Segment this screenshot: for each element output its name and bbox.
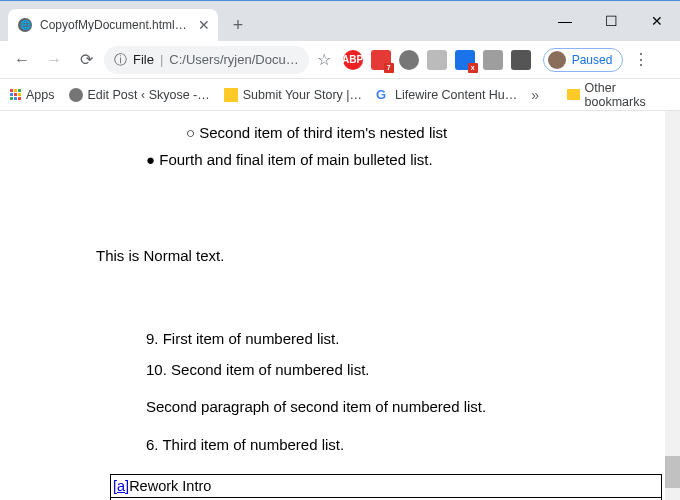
new-tab-button[interactable]: +: [224, 11, 252, 39]
globe-icon: [69, 88, 83, 102]
avatar: [548, 51, 566, 69]
forward-button: →: [40, 46, 68, 74]
list-item-text: Third item of numbered list.: [162, 436, 344, 453]
page-viewport: ○ Second item of third item's nested lis…: [0, 111, 680, 500]
list-item-text: Fourth and final item of main bulleted l…: [159, 151, 432, 168]
list-number: 10.: [146, 361, 167, 378]
minimize-button[interactable]: —: [542, 1, 588, 41]
profile-chip[interactable]: Paused: [543, 48, 624, 72]
scrollbar[interactable]: [665, 111, 680, 500]
titlebar: 🌐 CopyofMyDocument.html#cmnt ✕ + — ☐ ✕: [0, 1, 680, 41]
list-item-text: Second item of third item's nested list: [199, 124, 447, 141]
info-icon[interactable]: ⓘ: [114, 51, 127, 69]
other-bookmarks-button[interactable]: Other bookmarks: [567, 81, 670, 109]
url-text: C:/Users/ryjen/Docu…: [169, 52, 298, 67]
extension-icon-gray-circle[interactable]: [399, 50, 419, 70]
list-item: 6. Third item of numbered list.: [146, 433, 600, 456]
apps-button[interactable]: Apps: [10, 88, 55, 102]
document-content: ○ Second item of third item's nested lis…: [0, 111, 680, 500]
comment-ref-link[interactable]: [a]: [113, 478, 129, 494]
apps-label: Apps: [26, 88, 55, 102]
bookmarks-bar: Apps Edit Post ‹ Skyose -… Submit Your S…: [0, 79, 680, 111]
window-controls: — ☐ ✕: [542, 1, 680, 41]
extensions-row: ABP 7 x: [343, 50, 531, 70]
address-bar[interactable]: ⓘ File | C:/Users/ryjen/Docu…: [104, 46, 309, 74]
paragraph: This is Normal text.: [96, 244, 600, 267]
extension-icon-blue[interactable]: x: [455, 50, 475, 70]
list-item: ● Fourth and final item of main bulleted…: [146, 148, 600, 171]
toolbar: ← → ⟳ ⓘ File | C:/Users/ryjen/Docu… ☆ AB…: [0, 41, 680, 79]
list-item-text: Second item of numbered list.: [171, 361, 369, 378]
extension-icon-gray[interactable]: [427, 50, 447, 70]
extension-icon-red[interactable]: 7: [371, 50, 391, 70]
reload-button[interactable]: ⟳: [72, 46, 100, 74]
list-number: 9.: [146, 330, 159, 347]
url-separator: |: [160, 52, 163, 67]
tab-title: CopyofMyDocument.html#cmnt: [40, 18, 190, 32]
profile-status: Paused: [572, 53, 613, 67]
maximize-button[interactable]: ☐: [588, 1, 634, 41]
table-row: [a]Rework Intro: [111, 474, 662, 497]
list-item: 10. Second item of numbered list.: [146, 358, 600, 381]
bookmark-item[interactable]: G Lifewire Content Hu…: [376, 88, 517, 102]
bookmark-label: Lifewire Content Hu…: [395, 88, 517, 102]
browser-tab[interactable]: 🌐 CopyofMyDocument.html#cmnt ✕: [8, 9, 218, 41]
extension-icon-dark[interactable]: [511, 50, 531, 70]
bookmark-item[interactable]: Submit Your Story |…: [224, 88, 362, 102]
other-bookmarks-label: Other bookmarks: [585, 81, 670, 109]
chrome-menu-button[interactable]: ⋮: [627, 50, 655, 69]
bookmark-item[interactable]: Edit Post ‹ Skyose -…: [69, 88, 210, 102]
scrollbar-thumb[interactable]: [665, 456, 680, 488]
bookmark-label: Submit Your Story |…: [243, 88, 362, 102]
bookmarks-overflow-button[interactable]: »: [531, 87, 539, 103]
page-icon: [224, 88, 238, 102]
close-window-button[interactable]: ✕: [634, 1, 680, 41]
close-tab-icon[interactable]: ✕: [198, 17, 210, 33]
back-button[interactable]: ←: [8, 46, 36, 74]
comment-cell: [a]Rework Intro: [111, 474, 662, 497]
url-scheme: File: [133, 52, 154, 67]
globe-icon: 🌐: [18, 18, 32, 32]
badge-icon: x: [468, 63, 478, 73]
apps-icon: [10, 89, 21, 100]
comments-table: [a]Rework Intro [b]Change to numbered li…: [110, 474, 662, 500]
adblock-icon[interactable]: ABP: [343, 50, 363, 70]
folder-icon: [567, 89, 579, 100]
bookmark-star-icon[interactable]: ☆: [317, 50, 331, 69]
paragraph: Second paragraph of second item of numbe…: [146, 395, 600, 418]
list-item: 9. First item of numbered list.: [146, 327, 600, 350]
adblock-label: ABP: [342, 54, 363, 65]
bookmark-label: Edit Post ‹ Skyose -…: [88, 88, 210, 102]
list-item-text: First item of numbered list.: [163, 330, 340, 347]
list-item: ○ Second item of third item's nested lis…: [186, 121, 600, 144]
list-number: 6.: [146, 436, 159, 453]
badge-icon: 7: [384, 63, 394, 73]
google-icon: G: [376, 88, 390, 102]
comment-text: Rework Intro: [129, 478, 211, 494]
shield-icon[interactable]: [483, 50, 503, 70]
